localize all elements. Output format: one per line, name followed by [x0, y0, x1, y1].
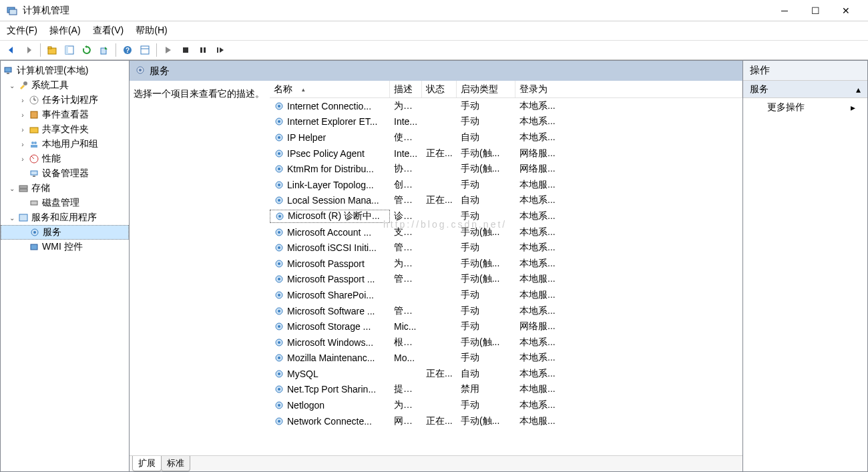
service-row[interactable]: Internet Explorer ET...Inte...手动本地系... [270, 114, 742, 130]
service-row[interactable]: MySQL正在...自动本地系... [270, 366, 742, 382]
window-controls: ─ ☐ ✕ [769, 0, 861, 21]
tree-servicesapps[interactable]: ⌄ 服务和应用程序 [1, 210, 129, 225]
up-button[interactable] [45, 43, 59, 57]
tree-systools[interactable]: ⌄ 系统工具 [1, 78, 129, 93]
service-row[interactable]: IP Helper使用...自动本地系... [270, 130, 742, 146]
svg-point-50 [278, 184, 280, 186]
properties-button[interactable] [138, 43, 152, 57]
column-startup[interactable]: 启动类型 [457, 81, 515, 97]
service-row[interactable]: Microsoft Passport ...管理...手动(触...本地服... [270, 272, 742, 288]
service-row[interactable]: Microsoft Storage ...Mic...手动网络服... [270, 318, 742, 334]
service-row[interactable]: Microsoft (R) 诊断中...诊断...手动本地系... [270, 208, 742, 224]
collapse-icon[interactable]: ⌄ [7, 214, 17, 222]
collapse-icon[interactable]: ⌄ [7, 185, 17, 192]
cell-logon: 本地系... [515, 115, 562, 128]
tree-label: 存储 [31, 182, 50, 194]
service-row[interactable]: Mozilla Maintenanc...Mo...手动本地系... [270, 350, 742, 367]
svg-point-74 [278, 373, 280, 375]
tab-extended[interactable]: 扩展 [132, 456, 162, 471]
cell-logon: 网络服... [515, 320, 562, 332]
svg-point-78 [278, 404, 280, 407]
service-row[interactable]: Net.Tcp Port Sharin...提供...禁用本地服... [270, 382, 742, 398]
service-row[interactable]: Microsoft Account ...支持...手动(触...本地系... [270, 224, 742, 240]
tree-localusers[interactable]: › 本地用户和组 [1, 137, 129, 152]
tree-label: 共享文件夹 [42, 124, 89, 136]
service-row[interactable]: Microsoft SharePoi...手动本地服... [270, 287, 742, 303]
column-logon[interactable]: 登录为 [515, 81, 742, 97]
tree-sharedfolders[interactable]: › 共享文件夹 [1, 122, 129, 137]
maximize-button[interactable]: ☐ [800, 0, 831, 21]
menu-action[interactable]: 操作(A) [49, 25, 81, 37]
tree-performance[interactable]: › 性能 [1, 152, 129, 166]
refresh-button[interactable] [79, 43, 94, 57]
restart-button[interactable] [213, 43, 228, 57]
collapse-icon[interactable]: ⌄ [7, 82, 17, 89]
svg-rect-30 [19, 186, 27, 188]
service-row[interactable]: Netlogon为用...手动本地系... [270, 397, 742, 413]
gear-icon [274, 274, 284, 284]
service-row[interactable]: Microsoft Windows...根据...手动(触...本地系... [270, 334, 742, 350]
gear-icon [274, 369, 284, 379]
export-button[interactable] [97, 43, 112, 57]
tree-label: 服务 [43, 226, 61, 238]
expand-icon[interactable]: › [18, 111, 27, 119]
service-row[interactable]: KtmRm for Distribu...协调...手动(触...网络服... [270, 161, 742, 177]
menu-help[interactable]: 帮助(H) [136, 25, 167, 37]
center-header: 服务 [130, 61, 742, 81]
expand-icon[interactable]: › [18, 97, 27, 104]
menu-file[interactable]: 文件(F) [7, 25, 37, 37]
center-body: 选择一个项目来查看它的描述。 http://blog.csdn.net/ 名称▴… [130, 81, 742, 455]
service-row[interactable]: IPsec Policy AgentInte...正在...手动(触...网络服… [270, 146, 742, 162]
forward-button[interactable] [21, 43, 36, 57]
help-button[interactable]: ? [120, 43, 135, 57]
start-button[interactable] [161, 43, 176, 57]
tree-eventviewer[interactable]: › 事件查看器 [1, 107, 129, 122]
service-row[interactable]: Local Session Mana...管理...正在...自动本地系... [270, 193, 742, 209]
cell-desc: 根据... [390, 336, 422, 348]
service-row[interactable]: Microsoft Passport为用...手动(触...本地系... [270, 256, 742, 272]
back-button[interactable] [4, 43, 19, 57]
column-desc[interactable]: 描述 [390, 81, 422, 97]
expand-icon[interactable]: › [18, 126, 27, 134]
list-body[interactable]: Internet Connectio...为家...手动本地系...Intern… [270, 98, 742, 455]
tree-services[interactable]: 服务 [1, 225, 129, 240]
expand-icon[interactable]: › [18, 141, 27, 148]
cell-status: 正在... [422, 194, 457, 206]
service-row[interactable]: Internet Connectio...为家...手动本地系... [270, 98, 742, 114]
action-more[interactable]: 更多操作 ▸ [743, 98, 867, 117]
menu-view[interactable]: 查看(V) [93, 25, 124, 37]
gear-icon [274, 148, 284, 159]
main: 计算机管理(本地) ⌄ 系统工具 › 任务计划程序 › 事件查看器 › 共享文件… [0, 60, 868, 472]
expand-icon[interactable]: › [18, 156, 27, 163]
column-name[interactable]: 名称▴ [270, 81, 390, 97]
pause-button[interactable] [196, 43, 210, 57]
tree-root[interactable]: 计算机管理(本地) [1, 63, 129, 78]
service-row[interactable]: Network Connecte...网络...正在...手动(触...本地服.… [270, 413, 742, 429]
cell-status: 正在... [422, 415, 457, 427]
minimize-button[interactable]: ─ [769, 0, 800, 21]
service-row[interactable]: Microsoft Software ...管理...手动本地系... [270, 303, 742, 319]
tree-wmi[interactable]: WMI 控件 [1, 240, 129, 254]
tree-taskscheduler[interactable]: › 任务计划程序 [1, 93, 129, 107]
column-status[interactable]: 状态 [422, 81, 457, 97]
list-header: 名称▴ 描述 状态 启动类型 登录为 [270, 81, 742, 98]
tree-storage[interactable]: ⌄ 存储 [1, 181, 129, 196]
show-hide-button[interactable] [62, 43, 77, 57]
tools-icon [18, 80, 29, 91]
actions-band[interactable]: 服务 ▴ [743, 81, 867, 98]
nav-tree: 计算机管理(本地) ⌄ 系统工具 › 任务计划程序 › 事件查看器 › 共享文件… [1, 61, 129, 257]
tab-standard[interactable]: 标准 [161, 456, 190, 471]
tree-diskmgmt[interactable]: 磁盘管理 [1, 196, 129, 210]
toolbar: ? [0, 40, 868, 60]
tree-devicemgr[interactable]: 设备管理器 [1, 166, 129, 181]
service-row[interactable]: Link-Layer Topolog...创建...手动本地服... [270, 177, 742, 193]
gear-icon [274, 416, 284, 427]
cell-startup: 手动 [457, 289, 515, 301]
tree-label: 任务计划程序 [42, 94, 98, 106]
stop-button[interactable] [178, 43, 193, 57]
svg-rect-29 [33, 176, 35, 177]
close-button[interactable]: ✕ [831, 0, 861, 21]
tree-label: 服务和应用程序 [31, 212, 97, 224]
service-row[interactable]: Microsoft iSCSI Initi...管理...手动本地系... [270, 240, 742, 256]
cell-startup: 禁用 [457, 383, 515, 395]
